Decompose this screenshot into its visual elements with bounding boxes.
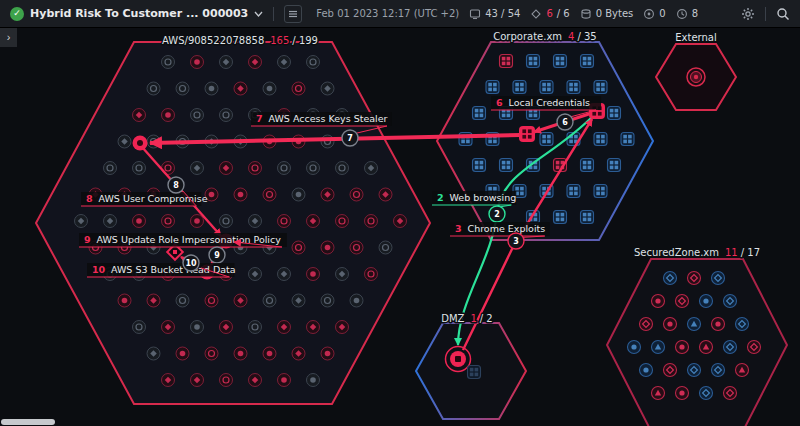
entity-node[interactable]	[567, 81, 580, 94]
entity-node[interactable]	[205, 347, 218, 360]
entity-node[interactable]	[220, 374, 233, 387]
entity-node[interactable]	[736, 364, 749, 377]
entity-node[interactable]	[321, 135, 334, 148]
attack-step-8[interactable]: 8	[168, 177, 184, 193]
expand-sidebar-button[interactable]: ›	[0, 28, 17, 47]
entity-node[interactable]	[581, 211, 594, 224]
dim-square-node[interactable]	[468, 366, 481, 379]
entity-node[interactable]	[205, 82, 218, 95]
entity-node[interactable]	[278, 374, 291, 387]
entity-node[interactable]	[162, 374, 175, 387]
entity-node[interactable]	[554, 55, 567, 68]
entity-node[interactable]	[278, 321, 291, 334]
entity-node[interactable]	[307, 268, 320, 281]
entity-node[interactable]	[748, 341, 761, 354]
entity-node[interactable]	[350, 241, 363, 254]
entity-node[interactable]	[234, 82, 247, 95]
entity-node[interactable]	[249, 268, 262, 281]
entity-node[interactable]	[724, 341, 737, 354]
entity-node[interactable]	[292, 241, 305, 254]
entity-node[interactable]	[676, 341, 689, 354]
entity-node[interactable]	[292, 82, 305, 95]
entity-node[interactable]	[664, 272, 677, 285]
external-entity-node[interactable]	[687, 68, 705, 86]
entity-node[interactable]	[234, 294, 247, 307]
attack-step-label-8[interactable]: 8AWS User Compromise	[81, 190, 208, 206]
entity-node[interactable]	[594, 185, 607, 198]
entity-node[interactable]	[336, 162, 349, 175]
entity-node[interactable]	[500, 55, 513, 68]
entity-node[interactable]	[652, 387, 665, 400]
attack-step-10[interactable]: 10	[183, 255, 199, 271]
entity-node[interactable]	[581, 55, 594, 68]
entity-node[interactable]	[307, 215, 320, 228]
entity-node[interactable]	[249, 56, 262, 69]
entity-circle-node[interactable]	[133, 136, 148, 151]
horizontal-scrollbar-thumb[interactable]	[1, 419, 55, 425]
entity-node[interactable]	[567, 185, 580, 198]
entity-node[interactable]	[176, 347, 189, 360]
entity-node[interactable]	[652, 295, 665, 308]
entity-node[interactable]	[133, 109, 146, 122]
entity-node[interactable]	[220, 109, 233, 122]
entity-node[interactable]	[350, 294, 363, 307]
zone-label-securedzone[interactable]: SecuredZone.xm11/ 17	[634, 247, 760, 258]
entity-node[interactable]	[249, 374, 262, 387]
entity-node[interactable]	[712, 318, 725, 331]
attack-step-2[interactable]: 2	[489, 206, 505, 222]
entity-node[interactable]	[676, 295, 689, 308]
entity-node[interactable]	[133, 321, 146, 334]
entity-node[interactable]	[278, 215, 291, 228]
entity-node[interactable]	[162, 215, 175, 228]
entity-node[interactable]	[321, 188, 334, 201]
entity-node[interactable]	[350, 188, 363, 201]
entity-node[interactable]	[220, 162, 233, 175]
entity-node[interactable]	[162, 321, 175, 334]
zone-label-corporate[interactable]: Corporate.xm4/ 35	[493, 31, 596, 42]
entity-node[interactable]	[486, 81, 499, 94]
entity-node[interactable]	[133, 162, 146, 175]
scenario-selector[interactable]: ✓ Hybrid Risk To Customer ... 000003	[10, 7, 263, 21]
entity-node[interactable]	[191, 162, 204, 175]
entity-node[interactable]	[176, 82, 189, 95]
entity-node[interactable]	[263, 188, 276, 201]
entity-node[interactable]	[220, 56, 233, 69]
entity-node[interactable]	[365, 162, 378, 175]
entity-node[interactable]	[234, 188, 247, 201]
entity-node[interactable]	[292, 347, 305, 360]
entity-node[interactable]	[191, 321, 204, 334]
entity-node[interactable]	[336, 268, 349, 281]
entity-node[interactable]	[712, 272, 725, 285]
entity-node[interactable]	[527, 55, 540, 68]
entity-node[interactable]	[307, 162, 320, 175]
entity-node[interactable]	[513, 81, 526, 94]
entity-node[interactable]	[191, 215, 204, 228]
entity-node[interactable]	[104, 215, 117, 228]
entity-node[interactable]	[133, 215, 146, 228]
entity-node[interactable]	[278, 56, 291, 69]
entity-node[interactable]	[307, 56, 320, 69]
entity-node[interactable]	[75, 215, 88, 228]
entity-node[interactable]	[321, 347, 334, 360]
entity-node[interactable]	[365, 268, 378, 281]
search-button[interactable]	[776, 7, 790, 21]
entity-node[interactable]	[473, 159, 486, 172]
entity-node[interactable]	[664, 318, 677, 331]
settings-button[interactable]	[741, 7, 755, 21]
entity-node[interactable]	[473, 107, 486, 120]
entity-node[interactable]	[640, 318, 653, 331]
entity-node[interactable]	[540, 133, 553, 146]
entity-node[interactable]	[176, 294, 189, 307]
entity-node[interactable]	[321, 294, 334, 307]
attack-step-label-2[interactable]: 2Web browsing	[432, 191, 516, 208]
entity-node[interactable]	[688, 364, 701, 377]
entity-node[interactable]	[652, 341, 665, 354]
entity-node[interactable]	[147, 347, 160, 360]
entity-node[interactable]	[191, 109, 204, 122]
entity-node[interactable]	[263, 294, 276, 307]
entity-node[interactable]	[263, 347, 276, 360]
entity-node[interactable]	[249, 321, 262, 334]
entity-node[interactable]	[594, 133, 607, 146]
entity-node[interactable]	[263, 82, 276, 95]
attack-step-7[interactable]: 7	[342, 130, 358, 146]
